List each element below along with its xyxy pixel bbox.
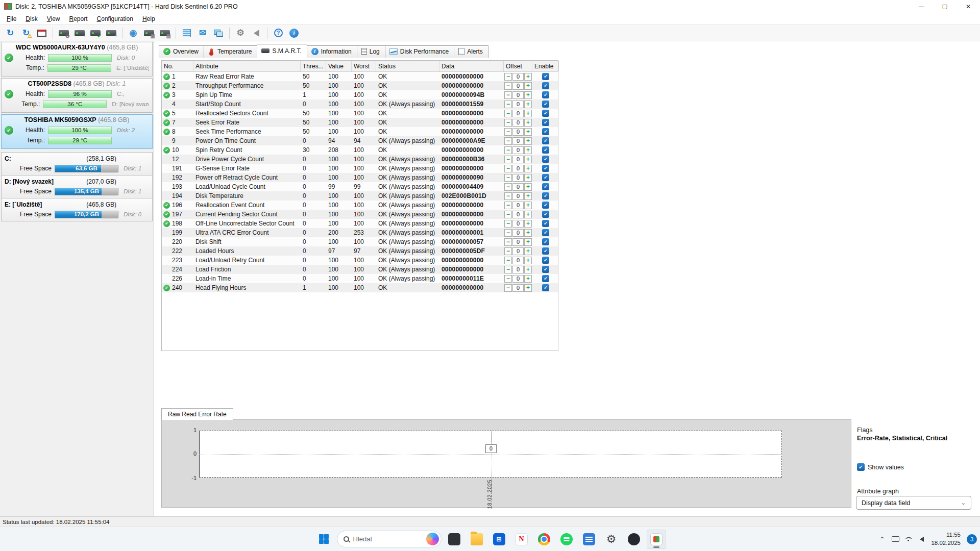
- offset-value-field[interactable]: 0: [512, 211, 524, 218]
- offset-value-field[interactable]: 0: [512, 229, 524, 237]
- maximize-button[interactable]: [933, 0, 957, 13]
- offset-increase-button[interactable]: [524, 266, 532, 273]
- attribute-row[interactable]: 9 Power On Time Count 0 94 94 OK (Always…: [162, 136, 558, 145]
- offset-value-field[interactable]: 0: [512, 156, 524, 163]
- disk-search-icon[interactable]: ○: [104, 27, 118, 40]
- copilot-icon[interactable]: [426, 533, 439, 545]
- attribute-row[interactable]: 220 Disk Shift 0 100 100 OK (Always pass…: [162, 237, 558, 246]
- offset-decrease-button[interactable]: [504, 73, 512, 81]
- enable-checkbox[interactable]: [542, 202, 549, 209]
- attribute-row[interactable]: 240 Head Flying Hours 1 100 100 OK 00000…: [162, 283, 558, 292]
- enable-checkbox[interactable]: [542, 192, 549, 199]
- offset-decrease-button[interactable]: [504, 156, 512, 163]
- offset-decrease-button[interactable]: [504, 257, 512, 264]
- attribute-row[interactable]: 2 Throughput Performance 50 100 100 OK 0…: [162, 81, 558, 90]
- menu-item[interactable]: Configuration: [92, 14, 138, 23]
- attribute-row[interactable]: 199 Ultra ATA CRC Error Count 0 200 253 …: [162, 228, 558, 237]
- tray-wifi-icon[interactable]: [905, 537, 912, 541]
- offset-decrease-button[interactable]: [504, 174, 512, 182]
- offset-value-field[interactable]: 0: [512, 101, 524, 108]
- col-enable[interactable]: Enable: [532, 61, 559, 71]
- disk-panel[interactable]: CT500P2SSD8 (465,8 GB) Disk: 1 Health: 9…: [1, 78, 153, 113]
- enable-checkbox[interactable]: [542, 275, 549, 282]
- offset-increase-button[interactable]: [524, 73, 532, 81]
- offset-value-field[interactable]: 0: [512, 192, 524, 200]
- offset-value-field[interactable]: 0: [512, 183, 524, 191]
- attribute-row[interactable]: 226 Load-in Time 0 100 100 OK (Always pa…: [162, 274, 558, 283]
- offset-increase-button[interactable]: [524, 82, 532, 90]
- settings-gear-icon[interactable]: ⚙: [233, 27, 248, 40]
- taskbar-file-explorer-icon[interactable]: [467, 530, 486, 549]
- offset-decrease-button[interactable]: [504, 192, 512, 200]
- taskbar-clock[interactable]: 11:55 18.02.2025: [931, 531, 961, 547]
- disk-box-icon[interactable]: ▥: [158, 27, 172, 40]
- enable-checkbox[interactable]: [542, 146, 549, 154]
- enable-checkbox[interactable]: [542, 284, 549, 291]
- attribute-row[interactable]: 224 Load Friction 0 100 100 OK (Always p…: [162, 265, 558, 274]
- minimize-button[interactable]: [910, 0, 933, 13]
- enable-checkbox[interactable]: [542, 247, 549, 255]
- enable-checkbox[interactable]: [542, 82, 549, 89]
- tab[interactable]: Overview: [159, 45, 204, 58]
- offset-increase-button[interactable]: [524, 110, 532, 117]
- search-input[interactable]: [353, 535, 422, 543]
- attribute-row[interactable]: 12 Drive Power Cycle Count 0 100 100 OK …: [162, 155, 558, 164]
- attribute-row[interactable]: 3 Spin Up Time 1 100 100 OK 00000000094B…: [162, 90, 558, 99]
- enable-checkbox[interactable]: [542, 257, 549, 264]
- offset-decrease-button[interactable]: [504, 220, 512, 228]
- enable-checkbox[interactable]: [542, 128, 549, 135]
- offset-increase-button[interactable]: [524, 275, 532, 283]
- taskbar-notes-icon[interactable]: [579, 530, 599, 549]
- tab[interactable]: Alerts: [454, 45, 488, 58]
- offset-decrease-button[interactable]: [504, 247, 512, 255]
- offset-increase-button[interactable]: [524, 137, 532, 145]
- offset-decrease-button[interactable]: [504, 229, 512, 237]
- offset-decrease-button[interactable]: [504, 266, 512, 273]
- attribute-row[interactable]: 1 Raw Read Error Rate 50 100 100 OK 0000…: [162, 72, 558, 81]
- show-values-checkbox[interactable]: [857, 463, 865, 471]
- taskbar-chrome-icon[interactable]: [534, 530, 554, 549]
- offset-decrease-button[interactable]: [504, 119, 512, 127]
- enable-checkbox[interactable]: [542, 110, 549, 117]
- tray-display-icon[interactable]: [892, 536, 899, 542]
- enable-checkbox[interactable]: [542, 220, 549, 227]
- offset-increase-button[interactable]: [524, 257, 532, 264]
- partition-panel[interactable]: C: (258,1 GB) Free Space 63,6 GB Disk: 1: [1, 152, 153, 176]
- enable-checkbox[interactable]: [542, 229, 549, 236]
- offset-decrease-button[interactable]: [504, 91, 512, 99]
- offset-decrease-button[interactable]: [504, 137, 512, 145]
- offset-value-field[interactable]: 0: [512, 119, 524, 127]
- offset-value-field[interactable]: 0: [512, 220, 524, 228]
- offset-decrease-button[interactable]: [504, 101, 512, 108]
- offset-value-field[interactable]: 0: [512, 82, 524, 90]
- close-button[interactable]: [957, 0, 980, 13]
- offset-value-field[interactable]: 0: [512, 257, 524, 264]
- attribute-graph-select[interactable]: Display data field: [856, 496, 971, 510]
- taskbar-search[interactable]: [337, 531, 442, 547]
- taskbar-dark-app-icon[interactable]: [624, 530, 644, 549]
- offset-value-field[interactable]: 0: [512, 275, 524, 283]
- menu-item[interactable]: Help: [138, 14, 160, 23]
- offset-increase-button[interactable]: [524, 146, 532, 154]
- enable-checkbox[interactable]: [542, 73, 549, 80]
- offset-value-field[interactable]: 0: [512, 202, 524, 209]
- offset-decrease-button[interactable]: [504, 146, 512, 154]
- enable-checkbox[interactable]: [542, 91, 549, 98]
- notepad-icon[interactable]: [180, 27, 194, 40]
- offset-value-field[interactable]: 0: [512, 238, 524, 246]
- offset-value-field[interactable]: 0: [512, 73, 524, 81]
- col-attribute[interactable]: Attribute: [193, 61, 301, 71]
- offset-increase-button[interactable]: [524, 238, 532, 246]
- attribute-row[interactable]: 198 Off-Line Uncorrectable Sector Count …: [162, 219, 558, 228]
- offset-value-field[interactable]: 0: [512, 128, 524, 136]
- start-button[interactable]: [314, 530, 334, 549]
- disk-check-icon[interactable]: ✔: [88, 27, 103, 40]
- offset-decrease-button[interactable]: [504, 275, 512, 283]
- offset-increase-button[interactable]: [524, 220, 532, 228]
- offset-decrease-button[interactable]: [504, 165, 512, 172]
- col-data[interactable]: Data: [439, 61, 504, 71]
- mail-icon[interactable]: ✉: [195, 27, 210, 40]
- enable-checkbox[interactable]: [542, 183, 549, 190]
- offset-value-field[interactable]: 0: [512, 137, 524, 145]
- help-icon[interactable]: ?: [271, 27, 285, 40]
